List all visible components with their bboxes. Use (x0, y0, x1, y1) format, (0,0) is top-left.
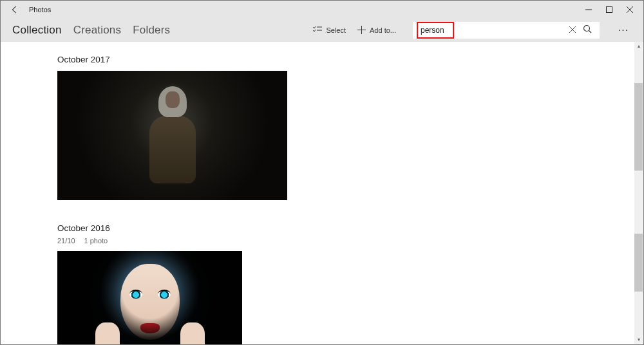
section-heading: October 2016 (57, 223, 587, 233)
tab-collection[interactable]: Collection (12, 24, 62, 37)
scroll-down-arrow[interactable]: ▾ (634, 335, 643, 344)
select-button[interactable]: Select (313, 26, 346, 35)
svg-line-9 (589, 31, 592, 33)
plus-icon (357, 26, 366, 35)
svg-point-8 (584, 26, 590, 32)
app-title: Photos (29, 6, 51, 14)
more-options-button[interactable]: ··· (615, 24, 632, 36)
scroll-up-arrow[interactable]: ▴ (634, 42, 643, 50)
clear-search-button[interactable] (569, 24, 576, 36)
svg-rect-1 (607, 7, 612, 13)
back-button[interactable] (8, 3, 21, 16)
photo-thumbnail[interactable] (57, 251, 242, 344)
tab-creations[interactable]: Creations (73, 24, 122, 37)
maximize-button[interactable] (605, 5, 614, 14)
add-to-button[interactable]: Add to... (357, 26, 396, 35)
tab-folders[interactable]: Folders (133, 24, 170, 37)
search-icon[interactable] (583, 24, 592, 36)
search-input[interactable] (421, 26, 450, 35)
select-label: Select (326, 26, 346, 34)
close-button[interactable] (625, 5, 634, 14)
select-icon (313, 26, 322, 35)
section-date: 21/10 (57, 237, 75, 245)
add-to-label: Add to... (370, 26, 396, 34)
minimize-button[interactable] (584, 5, 593, 14)
scrollbar-thumb[interactable] (634, 83, 643, 171)
section-heading: October 2017 (57, 55, 587, 64)
scrollbar-thumb[interactable] (634, 234, 643, 292)
section-photo-count: 1 photo (84, 237, 108, 245)
photo-thumbnail[interactable] (57, 71, 287, 200)
scrollbar-track[interactable]: ▴ ▾ (634, 42, 643, 344)
search-field-area[interactable] (454, 22, 565, 39)
